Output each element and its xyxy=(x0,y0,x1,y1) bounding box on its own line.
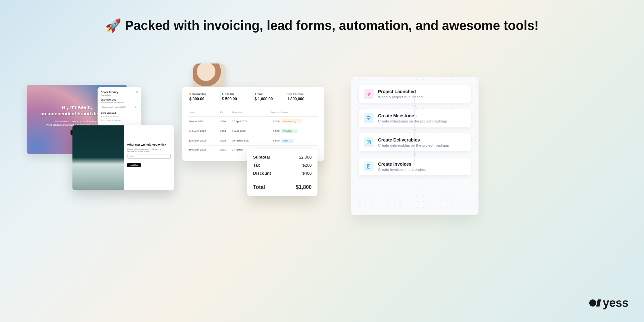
brand-logo: yess xyxy=(589,296,629,310)
launch-icon xyxy=(364,89,374,99)
cell-status: Pending ⌄ xyxy=(280,126,318,136)
subtotal-label: Subtotal xyxy=(253,155,270,160)
wizard-hint: Please share the detailed information or… xyxy=(127,148,171,152)
status-dot-icon xyxy=(189,93,191,95)
cell-due: 1 April 2022 xyxy=(232,126,263,136)
table-row[interactable]: 24 March 2022 1003 1 April 2022 $ 500 Pe… xyxy=(188,126,318,136)
automation-desc: When a project is launched xyxy=(378,95,423,99)
wizard-question: What can we help you with? xyxy=(127,143,171,146)
inquiry-wizard-card: What can we help you with? Please share … xyxy=(72,125,174,190)
connector-icon xyxy=(359,103,471,109)
cell-id: 1001 xyxy=(220,146,232,154)
cell-amount: $ 600 xyxy=(263,136,280,146)
col-amount[interactable]: Amount xyxy=(263,108,280,117)
col-id[interactable]: ID xyxy=(220,108,232,117)
summary-total: Total Payment 1,800,000 xyxy=(286,93,318,101)
automation-desc: Create invoices in the project xyxy=(378,168,426,171)
svg-rect-1 xyxy=(367,116,370,119)
discount-label: Discount xyxy=(253,171,271,176)
send-icon: ➤ xyxy=(101,115,102,117)
table-row[interactable]: 20 April 2022 1004 27 April 2022 $ 300 O… xyxy=(188,117,318,126)
summary-paid: Paid $ 1,000.00 xyxy=(253,93,286,101)
cell-id: 1004 xyxy=(220,117,232,126)
summary-amount: $ 1,000.00 xyxy=(255,97,284,101)
next-step-button[interactable]: Next Step xyxy=(127,163,141,167)
automation-panel: Project Launched When a project is launc… xyxy=(351,77,478,215)
invite-message-input[interactable]: Add a message (optional) xyxy=(101,119,138,121)
chevron-down-icon: ⌄ xyxy=(293,130,295,132)
cell-id: 1002 xyxy=(220,136,232,146)
summary-label: Paid xyxy=(258,93,263,95)
divider xyxy=(253,180,312,180)
cell-due: 19 March 2022 xyxy=(232,136,263,146)
summary-label: Outstanding xyxy=(192,93,206,95)
page-headline: 🚀 Packed with invoicing, lead forms, aut… xyxy=(0,18,644,33)
cell-amount: $ 300 xyxy=(263,117,280,126)
chevron-down-icon: ⌄ xyxy=(289,140,291,142)
modal-title: Share Inquiry xyxy=(101,91,138,94)
automation-title: Project Launched xyxy=(378,89,423,94)
summary-amount: $ 500.00 xyxy=(222,97,251,101)
share-url-heading: Share with URL xyxy=(101,99,138,101)
status-badge[interactable]: Pending ⌄ xyxy=(281,129,298,133)
automation-title: Create Milestones xyxy=(378,113,447,118)
cell-issued: 20 April 2022 xyxy=(188,117,220,126)
chevron-down-icon: ⌄ xyxy=(298,120,299,122)
tax-value: $200 xyxy=(302,163,312,168)
status-dot-icon xyxy=(255,93,256,95)
col-due[interactable]: Due date xyxy=(232,108,263,117)
tax-label: Tax xyxy=(253,163,260,168)
invite-heading: Invite via email xyxy=(101,112,138,114)
table-row[interactable]: 12 March 2022 1002 19 March 2022 $ 600 P… xyxy=(188,136,318,146)
cell-amount: $ 500 xyxy=(263,126,280,136)
cell-id: 1003 xyxy=(220,126,232,136)
total-label: Total xyxy=(253,184,265,190)
milestone-icon xyxy=(364,113,374,123)
name-input[interactable]: Name xyxy=(127,154,171,159)
copy-icon[interactable]: ⧉ xyxy=(135,106,137,108)
share-url-note: Anyone with the link can view xyxy=(101,102,138,103)
cell-status: Paid ⌄ xyxy=(280,136,318,146)
invite-email-input[interactable]: ➤ Enter email address xyxy=(101,115,138,117)
cell-issued: 10 March 2022 xyxy=(188,146,220,154)
cell-status: Outstanding ⌄ xyxy=(280,117,318,126)
summary-amount: 1,800,000 xyxy=(287,97,317,101)
cell-due: 27 April 2022 xyxy=(232,117,263,126)
automation-desc: Create deliverables on the project roadm… xyxy=(378,143,449,147)
connector-icon xyxy=(359,127,471,133)
total-value: $1,800 xyxy=(296,184,312,190)
automation-title: Create Invoices xyxy=(378,161,426,167)
automation-desc: Create milestones on the project roadmap xyxy=(378,119,447,123)
col-status[interactable]: Status xyxy=(280,108,318,117)
invoice-icon xyxy=(364,161,374,171)
totals-panel: Subtotal$2,000 Tax$200 Discount$400 Tota… xyxy=(247,149,317,196)
invoice-table: Issued ID Due date Amount Status 20 Apri… xyxy=(188,108,318,154)
modal-subtitle: Kevin Carter xyxy=(101,94,138,96)
status-badge[interactable]: Paid ⌄ xyxy=(281,139,294,143)
summary-label: Total Payment xyxy=(287,93,317,95)
status-dot-icon xyxy=(222,93,223,95)
wizard-image xyxy=(72,125,124,190)
cell-issued: 12 March 2022 xyxy=(188,136,220,146)
brand-name: yess xyxy=(603,296,629,310)
invoice-summary: Outstanding $ 300.00 Pending $ 500.00 Pa… xyxy=(188,93,318,101)
discount-value: $400 xyxy=(302,171,312,176)
close-icon[interactable]: ✕ xyxy=(136,91,138,94)
connector-icon xyxy=(359,151,471,158)
cell-issued: 24 March 2022 xyxy=(188,126,220,136)
svg-rect-2 xyxy=(367,141,371,144)
automation-title: Create Deliverables xyxy=(378,137,449,142)
email-placeholder: Enter email address xyxy=(103,115,119,117)
status-badge[interactable]: Outstanding ⌄ xyxy=(281,119,302,123)
summary-pending: Pending $ 500.00 xyxy=(221,93,253,101)
svg-point-0 xyxy=(368,93,369,94)
deliverable-icon xyxy=(364,137,374,147)
logo-mark-icon xyxy=(589,299,600,307)
subtotal-value: $2,000 xyxy=(299,155,312,160)
share-url-value: https://yess.io/kc-inquiry/a91f7f30 xyxy=(102,106,126,108)
summary-label: Pending xyxy=(225,93,234,95)
summary-outstanding: Outstanding $ 300.00 xyxy=(188,93,221,101)
col-issued[interactable]: Issued xyxy=(188,108,220,117)
share-url-input[interactable]: https://yess.io/kc-inquiry/a91f7f30 ⧉ xyxy=(101,105,138,109)
summary-amount: $ 300.00 xyxy=(189,97,219,101)
